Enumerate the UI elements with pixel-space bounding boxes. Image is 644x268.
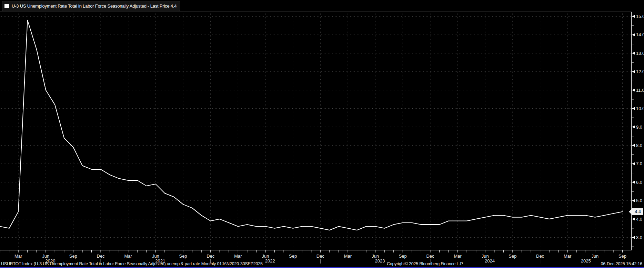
tick-label: 5.0 [636,198,642,203]
tick-label: Sep [179,254,187,259]
tick-arrow-icon [632,107,635,110]
tick-label: 15.0 [636,14,644,19]
tick-label: 8.0 [636,143,642,148]
tick-label: Dec [97,254,105,259]
tick-arrow-icon [632,144,635,147]
tick-label: Mar [454,254,462,259]
tick-label: Dec [426,254,434,259]
series-swatch-icon [4,4,9,8]
tick-arrow-icon [632,218,635,221]
tick-label: Mar [564,254,572,259]
tick-label: Mar [344,254,352,259]
tick-label: Sep [399,254,407,259]
tick-label: Mar [234,254,242,259]
last-price-value: 4.4 [635,209,641,214]
tick-label: 10.0 [636,106,644,111]
timestamp: 06-Dec-2025 15:42:16 [601,261,642,266]
tick-label: 6.0 [636,180,642,185]
tick-label: Jun [42,254,49,259]
ticker-description: USURTOT Index (U-3 US Unemployment Rate … [1,261,263,266]
tick-label: Jun [262,254,269,259]
tick-arrow-icon [632,236,635,239]
tick-label: 11.0 [636,88,644,93]
tick-label: Dec [536,254,544,259]
tick-arrow-icon [632,15,635,18]
tick-label: Jun [591,254,598,259]
tick-label: Mar [124,254,132,259]
tick-label: 13.0 [636,51,644,56]
tick-arrow-icon [632,89,635,92]
tick-arrow-icon [632,162,635,165]
last-price-badge: 4.4 [629,208,643,215]
tick-label: Sep [618,254,626,259]
price-chart[interactable]: 3.04.05.06.07.08.09.010.011.012.013.014.… [0,0,644,268]
series-legend[interactable]: U-3 US Unemployment Rate Total in Labor … [2,1,180,11]
status-bar: USURTOT Index (U-3 US Unemployment Rate … [0,261,644,267]
tick-label: Mar [14,254,22,259]
tick-label: Jun [482,254,489,259]
tick-label: Dec [207,254,215,259]
tick-label: 9.0 [636,125,642,130]
tick-arrow-icon [632,33,635,36]
bloomberg-chart-window: 3.04.05.06.07.08.09.010.011.012.013.014.… [0,0,644,268]
tick-label: 7.0 [636,161,642,166]
price-line[interactable] [0,20,623,230]
tick-label: 3.0 [636,235,642,240]
series-legend-label: U-3 US Unemployment Rate Total in Labor … [12,3,177,9]
tick-label: Sep [509,254,516,259]
axes [0,12,632,250]
tick-label: Jun [372,254,379,259]
tick-label: 4.0 [636,217,642,222]
tick-label: Sep [289,254,297,259]
tick-label: Jun [152,254,159,259]
tick-arrow-icon [632,70,635,73]
grid-lines [0,12,632,250]
tick-label: Sep [69,254,77,259]
tick-arrow-icon [632,181,635,184]
tick-label: Dec [316,254,325,259]
tick-label: 12.0 [636,69,644,74]
tick-arrow-icon [632,52,635,55]
tick-label: 14.0 [636,32,644,37]
tick-arrow-icon [632,126,635,129]
tick-arrow-icon [632,199,635,202]
copyright-text: Copyright© 2025 Bloomberg Finance L.P. [387,261,463,266]
